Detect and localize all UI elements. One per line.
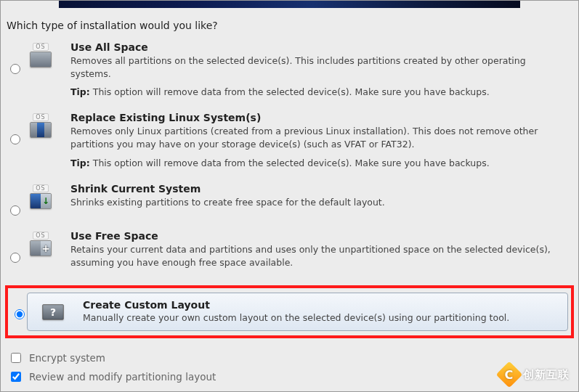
watermark: C 创新互联 — [500, 365, 570, 384]
os-tag: OS — [33, 43, 48, 51]
disk-icon-plus — [30, 240, 52, 256]
installation-question: Which type of installation would you lik… — [7, 20, 578, 31]
option-desc: Shrinks existing partitions to create fr… — [70, 196, 565, 209]
encrypt-checkbox[interactable] — [11, 353, 21, 363]
disk-icon-wrap: OS — [23, 41, 59, 68]
option-tip: Tip: This option will remove data from t… — [70, 158, 565, 168]
option-use-all-space[interactable]: OS Use All Space Removes all partitions … — [1, 37, 578, 107]
option-desc: Removes all partitions on the selected d… — [70, 54, 565, 81]
tip-text: This option will remove data from the se… — [93, 86, 490, 97]
option-replace-linux[interactable]: OS Replace Existing Linux System(s) Remo… — [1, 107, 578, 178]
radio-replace-linux[interactable] — [10, 134, 20, 144]
option-title: Use Free Space — [70, 230, 565, 242]
disk-icon-all-gray — [30, 52, 52, 68]
radio-use-all-space[interactable] — [10, 64, 20, 74]
tip-label: Tip: — [70, 158, 90, 168]
option-shrink[interactable]: OS Shrink Current System Shrinks existin… — [1, 179, 578, 226]
disk-icon-shrink — [30, 193, 52, 209]
option-title: Replace Existing Linux System(s) — [70, 112, 565, 123]
tip-text: This option will remove data from the se… — [93, 158, 490, 168]
bottom-checkbox-group: Encrypt system Review and modify partiti… — [8, 346, 216, 384]
option-title: Create Custom Layout — [83, 299, 553, 311]
os-tag: OS — [33, 184, 48, 192]
encrypt-system-row[interactable]: Encrypt system — [8, 351, 216, 365]
option-use-free-space[interactable]: OS Use Free Space Retains your current d… — [1, 226, 578, 285]
radio-use-free-space[interactable] — [10, 253, 20, 263]
option-tip: Tip: This option will remove data from t… — [70, 86, 565, 97]
review-label: Review and modify partitioning layout — [29, 371, 216, 383]
question-mark-icon: ? — [42, 304, 64, 320]
watermark-icon: C — [496, 362, 523, 388]
option-desc: Manually create your own custom layout o… — [83, 311, 553, 324]
disk-icon-wrap: OS — [23, 230, 59, 256]
os-tag: OS — [33, 113, 48, 121]
options-group: OS Use All Space Removes all partitions … — [1, 37, 578, 338]
tip-label: Tip: — [70, 86, 90, 97]
encrypt-label: Encrypt system — [29, 352, 105, 364]
review-checkbox[interactable] — [11, 372, 21, 382]
disk-icon-wrap: ? — [35, 303, 71, 320]
option-custom[interactable]: ? Create Custom Layout Manually create y… — [27, 293, 568, 331]
option-title: Shrink Current System — [70, 183, 565, 195]
radio-custom[interactable] — [15, 309, 25, 319]
radio-shrink[interactable] — [10, 205, 20, 216]
review-layout-row[interactable]: Review and modify partitioning layout — [8, 369, 216, 384]
option-title: Use All Space — [70, 41, 565, 53]
option-desc: Removes only Linux partitions (created f… — [70, 125, 565, 151]
watermark-text: 创新互联 — [523, 368, 570, 382]
option-custom-highlight: ? Create Custom Layout Manually create y… — [5, 285, 574, 338]
option-desc: Retains your current data and partitions… — [70, 243, 565, 269]
disk-icon-wrap: OS — [23, 112, 59, 138]
disk-icon-wrap: OS — [23, 183, 59, 209]
header-banner — [59, 1, 520, 8]
disk-icon-blue-middle — [30, 122, 52, 138]
os-tag: OS — [33, 232, 48, 240]
